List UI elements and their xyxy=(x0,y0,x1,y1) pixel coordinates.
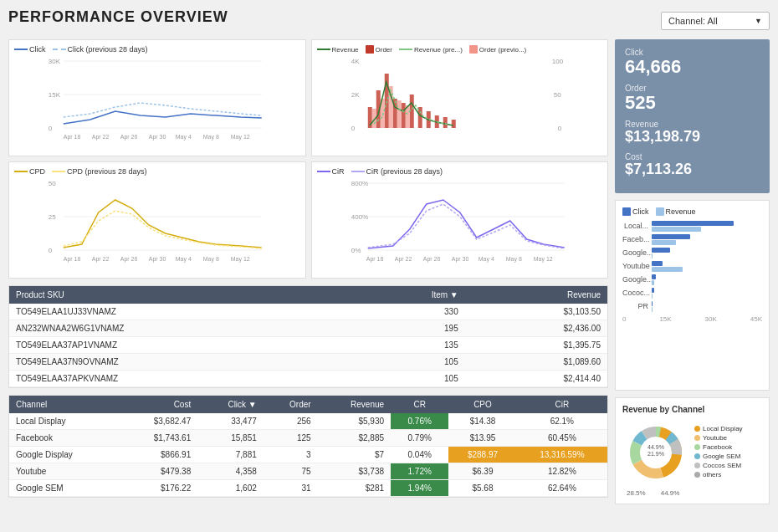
svg-text:May 12: May 12 xyxy=(231,134,250,141)
channel-table: Channel Cost Click ▼ Order Revenue CR CP… xyxy=(8,395,608,498)
svg-text:May 4: May 4 xyxy=(176,134,192,141)
dashboard: PERFORMANCE OVERVIEW Channel: All ▼ Clic… xyxy=(0,0,778,532)
svg-rect-28 xyxy=(443,117,447,128)
svg-text:Apr 30: Apr 30 xyxy=(149,256,166,263)
svg-text:4K: 4K xyxy=(351,58,359,65)
cost-header[interactable]: Cost xyxy=(119,396,197,413)
svg-text:50: 50 xyxy=(49,180,56,187)
click-header[interactable]: Click ▼ xyxy=(197,396,264,413)
bar-row: Local... xyxy=(622,221,762,232)
page-title: PERFORMANCE OVERVIEW xyxy=(8,8,228,26)
svg-text:Apr 18: Apr 18 xyxy=(64,256,81,263)
bar-row: Google... xyxy=(622,248,762,258)
svg-rect-29 xyxy=(451,120,455,128)
table-row: Google Display $866.91 7,881 3 $7 0.04% … xyxy=(9,447,607,463)
bar-row: Cococ... xyxy=(622,288,762,299)
revenue-header[interactable]: Revenue xyxy=(465,286,607,304)
cr-header[interactable]: CR xyxy=(391,396,448,413)
bar-row: Youtube xyxy=(622,261,762,272)
svg-text:May 8: May 8 xyxy=(203,256,219,263)
channel-header[interactable]: Channel xyxy=(9,396,119,413)
svg-rect-25 xyxy=(417,107,422,128)
table-row: Youtube $479.38 4,358 75 $3,738 1.72% $6… xyxy=(9,463,607,480)
product-sku-header[interactable]: Product SKU xyxy=(9,286,351,304)
table-row: TO549ELAA1UJ33VNAMZ330$3,103.50 xyxy=(9,304,607,320)
order-header[interactable]: Order xyxy=(264,396,318,413)
svg-rect-23 xyxy=(401,103,405,128)
donut-chart-svg: 44.9% 21.9% xyxy=(622,419,689,486)
svg-text:May 4: May 4 xyxy=(176,256,192,263)
table-row: TO549ELAA37APKVNAMZ105$2,414.40 xyxy=(9,371,607,387)
svg-text:May 8: May 8 xyxy=(505,256,521,263)
svg-text:Apr 26: Apr 26 xyxy=(422,256,440,263)
revenue-chart-svg: 4K 2K 0 100 50 0 xyxy=(317,57,603,132)
bar-row: Google... xyxy=(622,274,762,285)
svg-text:2K: 2K xyxy=(351,91,359,99)
svg-text:800%: 800% xyxy=(351,180,367,187)
svg-text:Apr 26: Apr 26 xyxy=(120,256,138,263)
table-row: TO549ELAA37N9OVNAMZ105$1,089.60 xyxy=(9,354,607,371)
svg-text:100: 100 xyxy=(551,58,563,65)
table-row: TO549ELAA37AP1VNAMZ135$1,395.75 xyxy=(9,337,607,354)
svg-text:400%: 400% xyxy=(351,213,367,221)
table-row: Google SEM $176.22 1,602 31 $281 1.94% $… xyxy=(9,480,607,497)
click-chart-svg: 30K 15K 0 Apr 18 Apr 22 Apr 26 Apr 30 xyxy=(14,57,300,132)
svg-text:Apr 22: Apr 22 xyxy=(394,256,412,263)
cpd-chart: CPD CPD (previous 28 days) 50 25 0 Apr 1… xyxy=(8,161,306,279)
table-row: Local Display $3,682.47 33,477 256 $5,93… xyxy=(9,413,607,430)
table-row: AN232WNAA2W6G1VNAMZ195$2,436.00 xyxy=(9,320,607,337)
svg-text:15K: 15K xyxy=(49,91,61,99)
svg-text:25: 25 xyxy=(49,213,56,221)
table-row: Facebook $1,743.61 15,851 125 $2,885 0.7… xyxy=(9,430,607,447)
svg-text:May 12: May 12 xyxy=(533,256,552,263)
svg-text:Apr 18: Apr 18 xyxy=(64,134,81,141)
cpd-chart-svg: 50 25 0 Apr 18 Apr 22 Apr 26 Apr 30 May … xyxy=(14,179,300,254)
svg-text:May 8: May 8 xyxy=(203,134,219,141)
product-sku-table: Product SKU Item ▼ Revenue TO549ELAA1UJ3… xyxy=(8,285,608,388)
revenue-header-2[interactable]: Revenue xyxy=(318,396,391,413)
svg-text:0: 0 xyxy=(49,247,53,254)
bar-chart-panel: Click Revenue Local... Faceb... Google..… xyxy=(615,200,770,391)
metrics-panel: Click 64,666 Order 525 Revenue $13,198.7… xyxy=(615,39,770,193)
svg-text:50: 50 xyxy=(553,91,560,99)
dropdown-arrow-icon: ▼ xyxy=(755,17,762,25)
cir-header[interactable]: CiR xyxy=(517,396,607,413)
channel-dropdown[interactable]: Channel: All ▼ xyxy=(661,12,770,30)
cpo-header[interactable]: CPO xyxy=(448,396,516,413)
click-chart: Click Click (previous 28 days) 30K 15K 0 xyxy=(8,39,306,156)
svg-text:0%: 0% xyxy=(351,247,361,254)
svg-text:Apr 26: Apr 26 xyxy=(120,134,138,141)
svg-text:May 4: May 4 xyxy=(478,256,494,263)
cir-chart: CiR CiR (previous 28 days) 800% 400% 0% … xyxy=(311,161,609,279)
bar-row: PR xyxy=(622,301,762,312)
svg-text:30K: 30K xyxy=(49,58,61,65)
cir-chart-svg: 800% 400% 0% Apr 18 Apr 22 Apr 26 Apr 30… xyxy=(317,179,603,254)
svg-text:Apr 30: Apr 30 xyxy=(451,256,468,263)
svg-text:0: 0 xyxy=(49,125,53,132)
bar-row: Faceb... xyxy=(622,234,762,245)
svg-text:Apr 18: Apr 18 xyxy=(366,256,383,263)
svg-text:Apr 22: Apr 22 xyxy=(92,134,110,141)
svg-text:May 12: May 12 xyxy=(231,256,250,263)
revenue-chart: Revenue Order Revenue (pre...) Order (pr… xyxy=(311,39,609,156)
donut-panel: Revenue by Channel 44.9% 21.9% xyxy=(615,397,770,504)
svg-text:0: 0 xyxy=(557,125,561,132)
svg-rect-33 xyxy=(397,100,401,128)
svg-text:0: 0 xyxy=(351,125,355,132)
svg-text:Apr 22: Apr 22 xyxy=(92,256,110,263)
svg-text:Apr 30: Apr 30 xyxy=(149,134,166,141)
svg-text:44.9%: 44.9% xyxy=(647,444,664,450)
item-header[interactable]: Item ▼ xyxy=(351,286,464,304)
svg-text:21.9%: 21.9% xyxy=(647,451,664,457)
